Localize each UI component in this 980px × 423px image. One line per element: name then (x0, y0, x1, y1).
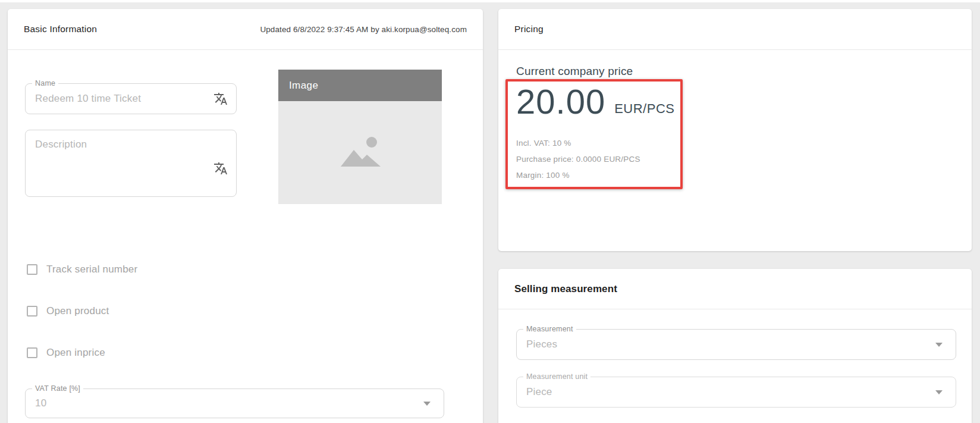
measurement-unit-label: Measurement unit (523, 372, 590, 381)
checkbox-label: Open inprice (46, 347, 105, 359)
checkbox-icon[interactable] (27, 347, 37, 358)
image-widget-header: Image (278, 70, 442, 101)
name-field-value: Redeem 10 time Ticket (35, 93, 141, 105)
top-strip (0, 0, 980, 2)
selling-measurement-header: Selling measurement (498, 269, 972, 309)
price-unit: EUR/PCS (614, 101, 674, 117)
checkbox-label: Track serial number (46, 264, 137, 275)
measurement-value: Pieces (526, 339, 557, 350)
measurement-unit-value: Piece (526, 386, 552, 398)
current-price: 20.00 EUR/PCS (516, 84, 674, 119)
name-field-label: Name (32, 79, 58, 87)
card-title-basic-information: Basic Information (24, 24, 97, 35)
updated-text: Updated 6/8/2022 9:37:45 AM by aki.korpu… (260, 25, 467, 34)
basic-information-card: Basic Information Updated 6/8/2022 9:37:… (8, 9, 483, 423)
chevron-down-icon (935, 343, 943, 347)
measurement-label: Measurement (523, 325, 576, 333)
product-edit-page: Basic Information Updated 6/8/2022 9:37:… (0, 0, 980, 423)
checkbox-open-product[interactable]: Open product (27, 304, 109, 318)
vat-rate-value: 10 (35, 397, 46, 409)
vat-rate-label: VAT Rate [%] (32, 384, 83, 393)
chevron-down-icon (423, 402, 431, 406)
selling-measurement-card: Selling measurement Measurement Pieces M… (498, 269, 972, 423)
image-placeholder-icon (337, 134, 384, 171)
checkbox-open-inprice[interactable]: Open inprice (27, 346, 105, 360)
image-widget[interactable]: Image (278, 70, 442, 204)
measurement-select[interactable]: Measurement Pieces (516, 329, 956, 360)
translate-icon[interactable] (213, 161, 228, 176)
price-detail-purchase-price: Purchase price: 0.0000 EUR/PCS (516, 153, 640, 165)
price-detail-incl-vat: Incl. VAT: 10 % (516, 137, 571, 149)
chevron-down-icon (935, 390, 943, 394)
description-placeholder: Description (35, 139, 87, 151)
translate-icon[interactable] (213, 92, 228, 106)
pricing-header: Pricing (498, 9, 972, 50)
image-widget-title: Image (289, 80, 318, 92)
checkbox-icon[interactable] (27, 306, 37, 317)
price-value: 20.00 (516, 84, 605, 119)
card-title-selling-measurement: Selling measurement (514, 283, 617, 295)
basic-information-header: Basic Information Updated 6/8/2022 9:37:… (8, 9, 483, 50)
image-placeholder (278, 101, 442, 204)
measurement-unit-select[interactable]: Measurement unit Piece (516, 377, 956, 408)
checkbox-label: Open product (46, 305, 109, 317)
current-company-price-heading: Current company price (516, 64, 633, 79)
checkbox-icon[interactable] (27, 264, 37, 275)
vat-rate-select[interactable]: VAT Rate [%] 10 (25, 388, 444, 418)
card-title-pricing: Pricing (514, 24, 544, 35)
pricing-card: Pricing Current company price 20.00 EUR/… (498, 9, 972, 251)
price-detail-margin: Margin: 100 % (516, 170, 570, 181)
description-field[interactable]: Description (25, 130, 237, 197)
name-field[interactable]: Name Redeem 10 time Ticket (25, 83, 237, 114)
checkbox-track-serial-number[interactable]: Track serial number (27, 262, 137, 277)
